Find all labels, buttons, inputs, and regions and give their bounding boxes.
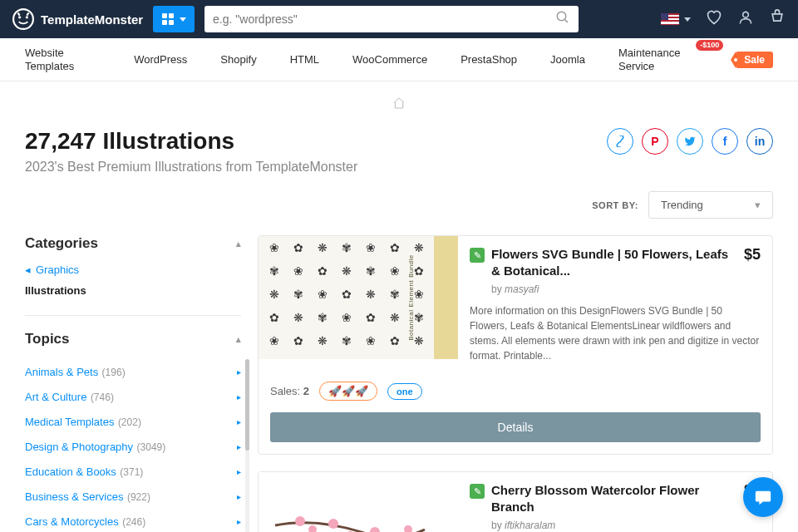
scrollbar-track[interactable] — [245, 359, 249, 532]
topics-heading[interactable]: Topics ▴ — [25, 331, 241, 347]
categories-heading[interactable]: Categories ▴ — [25, 235, 241, 252]
brand-logo[interactable]: TemplateMonster — [12, 8, 143, 30]
top-header: TemplateMonster — [0, 0, 798, 38]
grid-icon — [162, 13, 174, 25]
chevron-down-icon — [684, 17, 691, 22]
discount-badge: -$100 — [696, 40, 723, 51]
nav-prestashop[interactable]: PrestaShop — [461, 53, 517, 66]
chevron-up-icon: ▴ — [236, 239, 241, 249]
chevron-right-icon: ▸ — [237, 517, 241, 526]
svg-point-6 — [295, 516, 305, 526]
twitter-icon[interactable] — [677, 128, 703, 155]
chevron-down-icon: ▾ — [755, 199, 761, 211]
main-nav: Website Templates WordPress Shopify HTML… — [0, 38, 798, 81]
product-price: $5 — [744, 246, 761, 264]
brand-text: TemplateMonster — [41, 12, 143, 27]
nav-wordpress[interactable]: WordPress — [134, 53, 187, 66]
nav-maintenance[interactable]: Maintenance Service -$100 — [618, 47, 702, 72]
sort-label: SORT BY: — [592, 200, 638, 210]
details-button[interactable]: Details — [270, 412, 761, 442]
monster-icon — [12, 8, 34, 30]
svg-point-1 — [18, 16, 21, 18]
linkedin-icon[interactable]: in — [746, 128, 773, 155]
topic-item[interactable]: Medical Templates (202)▸ — [25, 409, 241, 434]
account-icon[interactable] — [737, 9, 754, 30]
product-card: ✎ Cherry Blossom Watercolor Flower Branc… — [258, 471, 773, 532]
favorites-icon[interactable] — [706, 9, 722, 30]
facebook-icon[interactable]: f — [712, 128, 738, 155]
product-description: More information on this DesignFlowers S… — [470, 303, 761, 363]
search-icon[interactable] — [555, 10, 570, 28]
scrollbar-thumb[interactable] — [245, 359, 249, 451]
sales-count: Sales: 2 — [270, 385, 309, 397]
sort-row: SORT BY: Trending ▾ — [25, 191, 773, 219]
svg-line-4 — [564, 19, 568, 22]
sort-select[interactable]: Trending ▾ — [648, 191, 773, 219]
one-subscription-badge[interactable]: one — [387, 383, 422, 400]
verified-icon: ✎ — [470, 248, 485, 263]
topic-item[interactable]: Cars & Motorcycles (246)▸ — [25, 509, 241, 532]
filters-sidebar: Categories ▴ ◂ Graphics Illustrations To… — [25, 235, 241, 532]
nav-html[interactable]: HTML — [290, 53, 319, 66]
product-author[interactable]: by masyafi — [491, 283, 761, 295]
breadcrumb — [0, 81, 798, 128]
svg-point-2 — [26, 16, 28, 18]
categories-grid-button[interactable] — [153, 6, 195, 32]
svg-point-10 — [370, 527, 380, 532]
topic-item[interactable]: Art & Culture (746)▸ — [25, 384, 241, 409]
share-link-icon[interactable] — [607, 128, 633, 155]
product-thumbnail[interactable]: ❀✿❋✾❀✿❋ ✾❀✿❋✾❀✿ ❋✾❀✿❋✾❀ ✿❋✾❀✿❋✾ ❀✿❋✾❀✿❋ … — [259, 236, 458, 359]
trending-badge[interactable]: 🚀🚀🚀 — [319, 382, 377, 401]
current-category: Illustrations — [25, 284, 241, 297]
topic-item[interactable]: Business & Services (922)▸ — [25, 484, 241, 509]
cart-icon[interactable] — [769, 9, 786, 30]
chevron-right-icon: ▸ — [237, 392, 241, 401]
chevron-right-icon: ▸ — [237, 467, 241, 476]
divider — [25, 315, 241, 316]
product-title[interactable]: Flowers SVG Bundle | 50 Flowers, Leafs &… — [491, 246, 737, 278]
svg-point-8 — [328, 519, 338, 529]
svg-point-5 — [743, 12, 749, 17]
header-right — [661, 9, 786, 30]
chevron-right-icon: ▸ — [237, 367, 241, 377]
nav-shopify[interactable]: Shopify — [220, 53, 256, 66]
topics-list: Animals & Pets (196)▸ Art & Culture (746… — [25, 359, 241, 532]
sale-tag[interactable]: Sale — [736, 52, 773, 68]
page-title: 27,247 Illustrations — [25, 128, 234, 155]
chevron-down-icon — [180, 17, 186, 22]
svg-point-7 — [308, 525, 317, 532]
svg-point-3 — [557, 12, 566, 21]
product-title[interactable]: Cherry Blossom Watercolor Flower Branch — [491, 482, 737, 515]
language-selector[interactable] — [661, 13, 691, 25]
thumbnail-label: Botanical Element Bundle — [408, 254, 416, 341]
nav-website-templates[interactable]: Website Templates — [25, 47, 101, 72]
chevron-right-icon: ▸ — [237, 492, 241, 501]
page-subtitle: 2023's Best Premium Illustrations from T… — [25, 160, 773, 175]
svg-point-0 — [13, 9, 33, 29]
category-back-link[interactable]: ◂ Graphics — [25, 264, 241, 276]
chevron-up-icon: ▴ — [236, 334, 241, 345]
product-author[interactable]: by iftikharalam — [491, 520, 761, 531]
chevron-left-icon: ◂ — [25, 264, 31, 276]
search-bar — [204, 6, 579, 32]
pinterest-icon[interactable]: P — [642, 128, 668, 155]
verified-icon: ✎ — [470, 484, 485, 499]
social-share: P f in — [607, 128, 773, 155]
chevron-right-icon: ▸ — [237, 417, 241, 426]
chat-button[interactable] — [743, 477, 783, 517]
search-input[interactable] — [213, 12, 555, 26]
topic-item[interactable]: Design & Photography (3049)▸ — [25, 434, 241, 459]
product-thumbnail[interactable] — [259, 472, 458, 532]
nav-joomla[interactable]: Joomla — [550, 53, 585, 66]
us-flag-icon — [661, 13, 679, 25]
nav-woocommerce[interactable]: WooCommerce — [352, 53, 427, 66]
home-icon[interactable] — [392, 98, 406, 112]
svg-point-12 — [404, 525, 412, 532]
topic-item[interactable]: Education & Books (371)▸ — [25, 459, 241, 484]
topic-item[interactable]: Animals & Pets (196)▸ — [25, 359, 241, 384]
product-list: ❀✿❋✾❀✿❋ ✾❀✿❋✾❀✿ ❋✾❀✿❋✾❀ ✿❋✾❀✿❋✾ ❀✿❋✾❀✿❋ … — [258, 235, 773, 532]
product-card: ❀✿❋✾❀✿❋ ✾❀✿❋✾❀✿ ❋✾❀✿❋✾❀ ✿❋✾❀✿❋✾ ❀✿❋✾❀✿❋ … — [258, 235, 773, 455]
chevron-right-icon: ▸ — [237, 442, 241, 451]
